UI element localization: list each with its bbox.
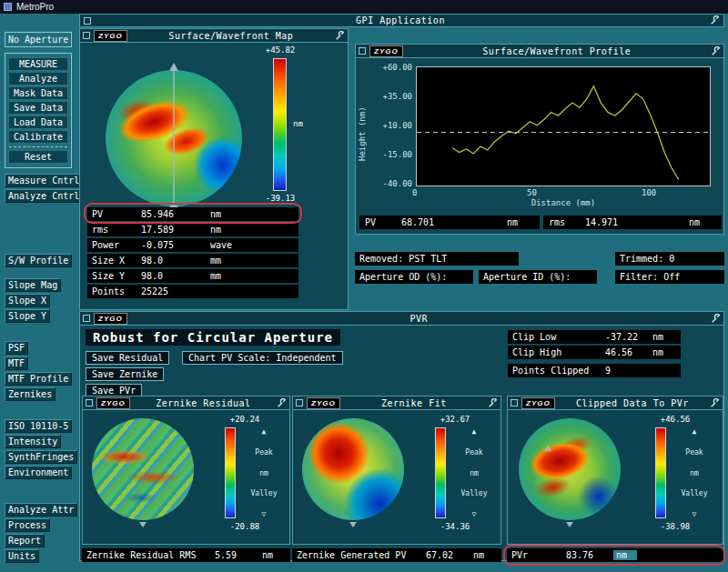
stat-value: 83.76: [566, 550, 613, 560]
stat-label: Points Clipped: [512, 366, 605, 376]
stat-row-size-y: Size Y 98.0 mm: [87, 269, 298, 283]
sidebar-item-units[interactable]: Units: [5, 549, 39, 563]
stat-unit: wave: [210, 240, 294, 250]
map-colorbar: [273, 58, 287, 191]
window-menu-box[interactable]: [359, 47, 366, 55]
sidebar-item-save-data[interactable]: Save Data: [8, 101, 68, 115]
stat-label: Zernike Generated PV: [297, 550, 426, 560]
pvr-window: ZYGO PVR Robust for Circular Aperture Sa…: [79, 311, 724, 561]
sidebar-item-measure-cntrl[interactable]: Measure Cntrl: [5, 174, 83, 187]
wrench-icon[interactable]: [711, 314, 721, 324]
points-clipped-stat: Points Clipped 9: [508, 364, 681, 377]
sidebar-item-sw-profile[interactable]: S/W Profile: [5, 254, 72, 267]
wrench-icon[interactable]: [488, 398, 498, 408]
sidebar-item-process[interactable]: Process: [5, 518, 50, 532]
stat-value: 9: [605, 366, 652, 376]
x-tick: 50: [527, 188, 537, 197]
clip-high-stat: Clip High 46.56 nm: [508, 346, 681, 359]
sidebar-item-reset[interactable]: Reset: [8, 150, 68, 164]
unit-label: nm: [690, 469, 699, 477]
pvr-window-title: PVR: [131, 314, 707, 324]
filter-box[interactable]: Filter: Off: [615, 270, 724, 284]
stat-unit: nm: [473, 550, 497, 560]
sidebar-item-report[interactable]: Report: [5, 534, 45, 547]
trimmed-label: Trimmed:: [620, 254, 663, 264]
profile-window-title: Surface/Wavefront Profile: [407, 46, 707, 56]
wrench-icon[interactable]: [277, 398, 287, 408]
removed-value: PST TLT: [409, 254, 447, 264]
scale-min: -38.98: [646, 522, 704, 531]
wrench-icon[interactable]: [710, 15, 720, 25]
gpi-application-titlebar[interactable]: GPI Application: [79, 14, 724, 27]
pvr-window-titlebar[interactable]: ZYGO PVR: [80, 312, 723, 326]
valley-arrow-icon: ▽: [472, 510, 477, 518]
scale-legend: ▲ Peak nm Valley ▽: [450, 427, 499, 518]
aperture-id-box[interactable]: Aperture ID (%):: [479, 270, 597, 284]
sidebar-item-analyze[interactable]: Analyze: [8, 72, 68, 85]
stat-unit: nm: [507, 217, 534, 227]
sidebar-item-synthfringes[interactable]: SynthFringes: [5, 450, 77, 464]
stat-unit: nm: [210, 225, 294, 235]
profile-slice-arrow[interactable]: [167, 63, 181, 214]
sidebar-item-psf[interactable]: PSF: [5, 341, 28, 355]
profile-y-axis-label: Height (nm): [358, 79, 367, 188]
wrench-icon[interactable]: [710, 398, 720, 408]
save-zernike-button[interactable]: Save Zernike: [86, 367, 164, 381]
sidebar-item-mask-data[interactable]: Mask Data: [8, 86, 68, 100]
sidebar-item-measure[interactable]: MEASURE: [8, 57, 68, 71]
sidebar-item-slope-mag[interactable]: Slope Mag: [5, 278, 61, 292]
no-aperture-button[interactable]: No Aperture: [5, 32, 72, 47]
filter-label: Filter:: [620, 272, 658, 282]
window-menu-box[interactable]: [83, 32, 90, 39]
sidebar-item-iso-10110-5[interactable]: ISO 10110-5: [5, 419, 72, 433]
window-menu-box[interactable]: [296, 399, 303, 406]
scale-legend: ▲ Peak nm Valley ▽: [239, 427, 288, 518]
subwindow-titlebar[interactable]: ZYGO Zernike Fit: [293, 396, 500, 410]
chart-pv-scale-button[interactable]: Chart PV Scale: Independent: [182, 351, 343, 365]
sidebar-item-calibrate[interactable]: Calibrate: [8, 130, 68, 144]
zernike-residual-window: ZYGO Zernike Residual +20.24 -20.88 ▲ Pe…: [82, 396, 290, 545]
stat-label: Size Y: [92, 271, 141, 281]
stat-value: 46.56: [605, 347, 652, 357]
y-tick: -15.00: [382, 150, 412, 159]
aperture-od-box[interactable]: Aperture OD (%):: [355, 270, 473, 284]
sidebar-item-mtf-profile[interactable]: MTF Profile: [5, 372, 72, 386]
sidebar-item-analyze-attr[interactable]: Analyze Attr: [5, 503, 77, 517]
scale-max: +20.24: [216, 415, 274, 424]
sidebar-item-analyze-cntrl[interactable]: Analyze Cntrl: [5, 189, 83, 203]
save-residual-button[interactable]: Save Residual: [86, 351, 169, 365]
wrench-icon[interactable]: [335, 31, 345, 41]
valley-marker-icon: [139, 522, 147, 527]
trimmed-info-box: Trimmed: 0: [615, 252, 724, 266]
profile-plot-area[interactable]: [416, 66, 711, 186]
stat-unit: nm: [689, 217, 716, 227]
window-menu-box[interactable]: [511, 399, 518, 406]
window-menu-box[interactable]: [83, 315, 90, 322]
sidebar-item-load-data[interactable]: Load Data: [8, 115, 68, 129]
subwindow-titlebar[interactable]: ZYGO Zernike Residual: [83, 396, 289, 410]
zernike-generated-pv-bar: Zernike Generated PV 67.02 nm: [292, 548, 501, 562]
sidebar-item-mtf[interactable]: MTF: [5, 356, 28, 370]
stat-unit: nm: [262, 550, 286, 560]
map-window-titlebar[interactable]: ZYGO Surface/Wavefront Map: [80, 29, 348, 43]
stat-label: PV: [365, 217, 401, 227]
zernike-fit-map-image: [302, 418, 404, 520]
stat-label: PV: [92, 209, 141, 219]
valley-arrow-icon: ▽: [262, 510, 267, 518]
window-menu-box[interactable]: [86, 399, 93, 406]
sidebar-item-zernikes[interactable]: Zernikes: [5, 387, 56, 401]
stat-value: 67.02: [426, 550, 473, 560]
window-menu-box[interactable]: [84, 17, 91, 25]
os-titlebar[interactable]: MetroPro: [0, 0, 728, 14]
stat-row-size-x: Size X 98.0 mm: [87, 254, 298, 267]
sidebar-item-slope-x[interactable]: Slope X: [5, 294, 50, 307]
sidebar-item-intensity[interactable]: Intensity: [5, 435, 61, 448]
profile-window-titlebar[interactable]: ZYGO Surface/Wavefront Profile: [356, 45, 723, 58]
subwindow-title: Zernike Fit: [344, 398, 484, 408]
wrench-icon[interactable]: [711, 46, 721, 56]
subwindow-titlebar[interactable]: ZYGO Clipped Data To PVr: [508, 396, 723, 410]
sidebar-item-environment[interactable]: Environment: [5, 466, 72, 479]
stat-unit: nm: [210, 209, 294, 219]
sidebar-item-slope-y[interactable]: Slope Y: [5, 309, 50, 323]
stat-value: 5.59: [215, 550, 262, 560]
